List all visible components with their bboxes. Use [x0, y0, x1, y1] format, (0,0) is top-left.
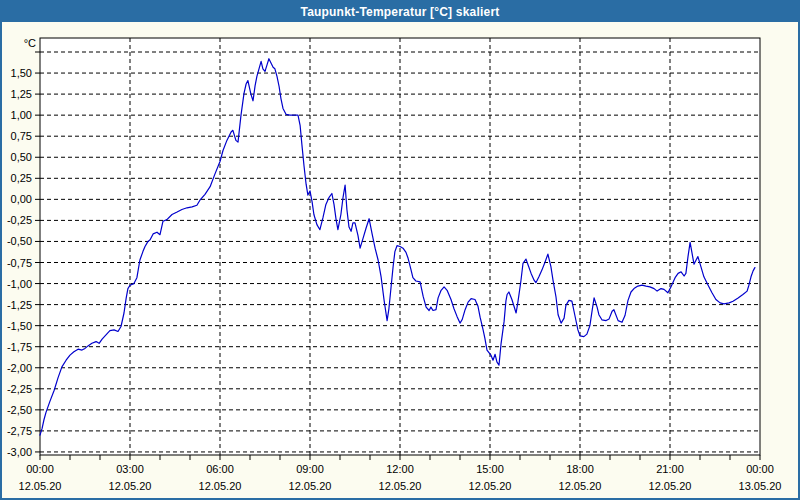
svg-text:21:00: 21:00: [656, 463, 684, 475]
svg-text:13.05.20: 13.05.20: [739, 480, 782, 492]
y-axis-ticks: [35, 52, 40, 452]
y-axis-labels: 1,501,251,000,750,500,250,00-0,25-0,50-0…: [7, 67, 32, 458]
app-window: Taupunkt-Temperatur [°C] skaliert 1,501,…: [0, 0, 800, 500]
x-axis-date-labels: 12.05.2012.05.2012.05.2012.05.2012.05.20…: [19, 480, 782, 492]
svg-text:15:00: 15:00: [476, 463, 504, 475]
svg-text:-1,25: -1,25: [7, 299, 32, 311]
svg-text:12.05.20: 12.05.20: [109, 480, 152, 492]
svg-text:00:00: 00:00: [746, 463, 774, 475]
svg-text:-2,00: -2,00: [7, 362, 32, 374]
svg-text:1,00: 1,00: [11, 109, 32, 121]
svg-text:-0,75: -0,75: [7, 257, 32, 269]
svg-text:1,50: 1,50: [11, 67, 32, 79]
svg-text:12.05.20: 12.05.20: [559, 480, 602, 492]
svg-text:0,75: 0,75: [11, 130, 32, 142]
dewpoint-line-chart: 1,501,251,000,750,500,250,00-0,25-0,50-0…: [2, 2, 798, 498]
y-axis-unit-label: °C: [24, 37, 36, 49]
svg-text:-2,75: -2,75: [7, 425, 32, 437]
svg-text:12.05.20: 12.05.20: [199, 480, 242, 492]
svg-text:-0,50: -0,50: [7, 235, 32, 247]
svg-text:00:00: 00:00: [26, 463, 54, 475]
svg-text:12.05.20: 12.05.20: [469, 480, 512, 492]
svg-text:12.05.20: 12.05.20: [379, 480, 422, 492]
svg-text:1,25: 1,25: [11, 88, 32, 100]
svg-text:-0,25: -0,25: [7, 214, 32, 226]
x-axis-ticks: [40, 455, 760, 460]
title-bar[interactable]: Taupunkt-Temperatur [°C] skaliert: [2, 2, 798, 22]
svg-text:-1,50: -1,50: [7, 320, 32, 332]
svg-text:09:00: 09:00: [296, 463, 324, 475]
x-axis-time-labels: 00:0003:0006:0009:0012:0015:0018:0021:00…: [26, 463, 774, 475]
svg-text:-2,50: -2,50: [7, 404, 32, 416]
svg-text:12.05.20: 12.05.20: [289, 480, 332, 492]
svg-text:12.05.20: 12.05.20: [649, 480, 692, 492]
svg-text:12.05.20: 12.05.20: [19, 480, 62, 492]
window-title: Taupunkt-Temperatur [°C] skaliert: [301, 5, 500, 19]
svg-text:18:00: 18:00: [566, 463, 594, 475]
svg-text:12:00: 12:00: [386, 463, 414, 475]
svg-text:0,00: 0,00: [11, 193, 32, 205]
svg-text:-1,75: -1,75: [7, 341, 32, 353]
svg-text:-3,00: -3,00: [7, 446, 32, 458]
svg-text:-1,00: -1,00: [7, 278, 32, 290]
svg-text:0,25: 0,25: [11, 172, 32, 184]
svg-text:03:00: 03:00: [116, 463, 144, 475]
svg-text:-2,25: -2,25: [7, 383, 32, 395]
svg-text:06:00: 06:00: [206, 463, 234, 475]
svg-text:0,50: 0,50: [11, 151, 32, 163]
